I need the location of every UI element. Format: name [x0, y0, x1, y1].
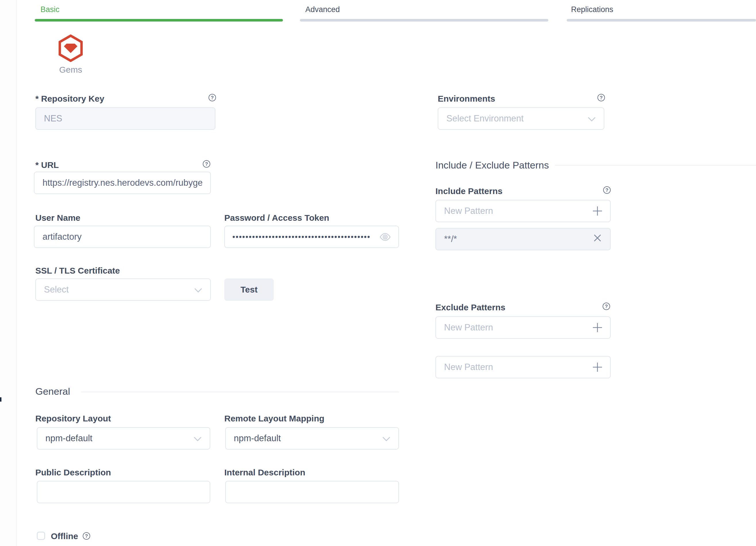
include-patterns-label: Include Patterns: [435, 186, 502, 196]
repository-key-help-icon[interactable]: ?: [209, 94, 216, 101]
password-masked-value: ••••••••••••••••••••••••••••••••••••••••…: [232, 226, 376, 248]
add-pattern-icon[interactable]: [592, 361, 603, 373]
internal-description-label: Internal Description: [224, 468, 305, 477]
chevron-down-icon: [588, 113, 596, 124]
url-help-icon[interactable]: ?: [203, 160, 210, 168]
include-pattern-new-input[interactable]: [435, 200, 611, 222]
general-section-divider: [81, 391, 399, 392]
tab-advanced-underline: [300, 19, 548, 22]
repository-key-label: * Repository Key: [35, 94, 104, 104]
remote-layout-mapping-select[interactable]: npm-default: [225, 427, 399, 449]
add-pattern-icon[interactable]: [592, 205, 603, 217]
tab-advanced[interactable]: Advanced: [305, 5, 340, 14]
package-type-label: Gems: [45, 65, 97, 75]
include-pattern-new-row: [435, 200, 611, 222]
internal-description-input[interactable]: [225, 481, 399, 503]
chevron-down-icon: [194, 433, 202, 443]
offline-checkbox[interactable]: [37, 532, 45, 540]
remote-layout-mapping-value: npm-default: [234, 433, 281, 443]
exclude-patterns-label: Exclude Patterns: [435, 302, 505, 312]
add-pattern-icon[interactable]: [592, 322, 603, 333]
tab-basic[interactable]: Basic: [41, 5, 59, 14]
environments-label: Environments: [438, 94, 495, 104]
exclude-pattern-new-row-2: [435, 356, 611, 378]
general-section-title: General: [35, 386, 70, 397]
public-description-label: Public Description: [35, 468, 111, 477]
ssl-certificate-label: SSL / TLS Certificate: [35, 266, 120, 275]
password-label: Password / Access Token: [224, 213, 329, 223]
user-name-label: User Name: [35, 213, 80, 223]
include-patterns-help-icon[interactable]: ?: [603, 186, 611, 194]
package-type: [59, 34, 83, 63]
repository-layout-label: Repository Layout: [35, 414, 111, 423]
public-description-input[interactable]: [37, 481, 210, 503]
exclude-pattern-new-row: [435, 316, 611, 339]
repository-key-input[interactable]: [35, 107, 215, 130]
offline-label: Offline: [51, 531, 78, 541]
eye-icon[interactable]: [380, 233, 391, 241]
tab-basic-underline: [35, 19, 283, 22]
left-panel-edge: [0, 0, 17, 546]
patterns-section-divider: [555, 165, 756, 166]
ssl-certificate-placeholder: Select: [44, 284, 69, 295]
tab-replications[interactable]: Replications: [571, 5, 613, 14]
remote-repository-settings-page: Basic Advanced Replications Gems * Repos…: [0, 0, 756, 546]
offline-help-icon[interactable]: ?: [83, 532, 90, 540]
include-pattern-item-value: **/*: [444, 234, 457, 244]
remove-pattern-icon[interactable]: [593, 234, 602, 245]
user-name-input[interactable]: [34, 226, 211, 248]
tab-replications-underline: [567, 19, 756, 22]
url-input[interactable]: [34, 172, 211, 194]
environments-select[interactable]: Select Environment: [438, 107, 604, 130]
rubygems-icon: [59, 58, 83, 63]
chevron-down-icon: [382, 433, 390, 443]
remote-layout-mapping-label: Remote Layout Mapping: [224, 414, 324, 423]
ssl-certificate-select[interactable]: Select: [35, 278, 211, 301]
repository-layout-select[interactable]: npm-default: [37, 427, 210, 449]
chevron-down-icon: [194, 284, 202, 295]
environments-help-icon[interactable]: ?: [597, 94, 605, 101]
patterns-section-title: Include / Exclude Patterns: [435, 160, 549, 171]
exclude-pattern-new-input-2[interactable]: [435, 356, 611, 378]
url-label: * URL: [35, 160, 59, 170]
left-edge-marker: [0, 397, 1, 402]
exclude-pattern-new-input[interactable]: [435, 316, 611, 339]
exclude-patterns-help-icon[interactable]: ?: [603, 302, 610, 310]
repository-layout-value: npm-default: [45, 433, 92, 443]
environments-placeholder: Select Environment: [446, 113, 524, 124]
include-pattern-item: **/*: [435, 228, 611, 250]
test-button[interactable]: Test: [224, 278, 274, 301]
